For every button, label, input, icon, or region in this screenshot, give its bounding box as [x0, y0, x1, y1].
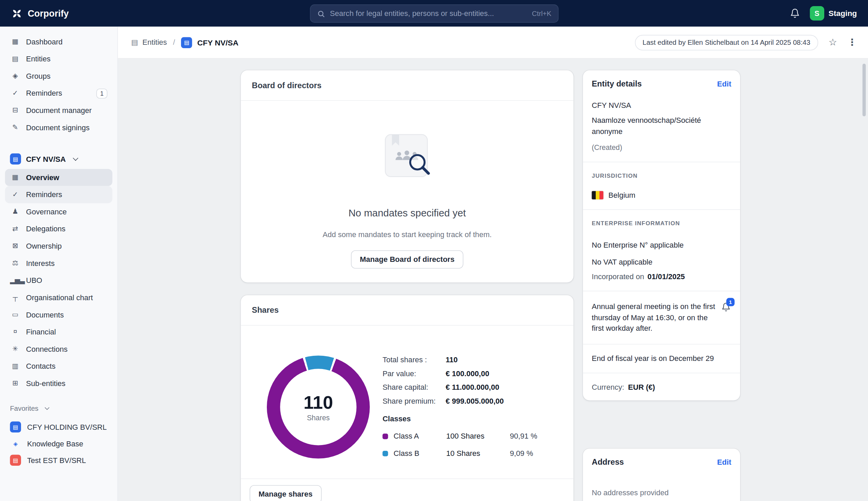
- stat-row: Par value: € 100.000,00: [382, 370, 560, 378]
- favorite-item-label: Knowledge Base: [27, 440, 83, 448]
- sidebar-item-icon: ┬: [10, 294, 20, 301]
- sidebar-item[interactable]: ♟ Governance: [5, 203, 112, 221]
- favorites-header[interactable]: Favorites: [5, 403, 112, 415]
- address-card-header: Address Edit: [592, 458, 731, 466]
- stat-label: Par value:: [382, 370, 446, 378]
- stat-label: Share premium:: [382, 397, 446, 406]
- donut-column: 110 Shares: [254, 353, 382, 459]
- sidebar-item[interactable]: ┬ Organisational chart: [5, 289, 112, 306]
- vertical-scrollbar[interactable]: [862, 64, 866, 116]
- class-share-count: 10 Shares: [446, 449, 510, 457]
- board-card-header: Board of directors: [241, 70, 573, 101]
- fiscal-year-text: End of fiscal year is on December 29: [592, 354, 731, 363]
- entity-icon: ▤: [181, 37, 192, 48]
- sidebar-item-label: Documents: [26, 311, 64, 319]
- favorite-star-icon[interactable]: ☆: [829, 38, 837, 47]
- sidebar-favorites-nav: ▤ CFY HOLDING BV/SRL ◈ Knowledge Base ▤ …: [5, 418, 112, 468]
- sidebar-item[interactable]: ✎ Document signings: [5, 119, 112, 136]
- favorite-item[interactable]: ◈ Knowledge Base: [5, 435, 112, 452]
- class-name: Class A: [394, 432, 446, 440]
- chevron-down-icon: [45, 405, 50, 410]
- sidebar-item-icon: ▥: [10, 363, 20, 370]
- breadcrumb-root-label: Entities: [142, 38, 167, 46]
- sidebar-item-label: Contacts: [26, 362, 56, 370]
- breadcrumb-entities-link[interactable]: ▤ Entities: [131, 38, 167, 46]
- empty-mandates-illustration: [380, 131, 434, 186]
- agm-row: Annual general meeting is on the first t…: [592, 301, 731, 334]
- donut-total-label: Shares: [307, 414, 329, 422]
- class-share-count: 100 Shares: [446, 432, 510, 440]
- sidebar-item[interactable]: ▂▅▃ UBO: [5, 272, 112, 289]
- shares-stat-list: Total shares : 110 Par value: € 100.000,…: [382, 355, 560, 406]
- sidebar-entity-name: CFY NV/SA: [26, 155, 66, 163]
- global-search-input[interactable]: Search for legal entities, persons or su…: [310, 4, 558, 23]
- jurisdiction-value: Belgium: [608, 191, 636, 199]
- stat-value: € 999.005.000,00: [446, 397, 504, 406]
- agm-reminder-bell-icon[interactable]: 1: [721, 302, 731, 334]
- divider: [583, 291, 740, 291]
- stat-row: Total shares : 110: [382, 355, 560, 364]
- manage-shares-button[interactable]: Manage shares: [250, 485, 322, 501]
- sidebar-item[interactable]: ¤ Financial: [5, 323, 112, 341]
- incorporated-row: Incorporated on 01/01/2025: [592, 273, 731, 280]
- user-avatar[interactable]: S: [810, 6, 824, 20]
- sidebar-item[interactable]: ◈ Groups: [5, 67, 112, 85]
- sidebar-item[interactable]: ⚖ Interests: [5, 255, 112, 272]
- sidebar-item[interactable]: ▭ Documents: [5, 306, 112, 323]
- sidebar-item-label: Reminders: [26, 191, 62, 199]
- entity-details-header: Entity details Edit: [592, 79, 731, 88]
- agm-text: Annual general meeting is on the first t…: [592, 301, 716, 334]
- sidebar-item[interactable]: ⊟ Document manager: [5, 102, 112, 119]
- stat-row: Share premium: € 999.005.000,00: [382, 397, 560, 406]
- sidebar-item[interactable]: ⊠ Ownership: [5, 237, 112, 255]
- edit-address-link[interactable]: Edit: [717, 458, 731, 466]
- entity-details-title: Entity details: [592, 79, 641, 88]
- entities-icon: ▤: [131, 38, 138, 46]
- currency-label: Currency:: [592, 383, 624, 391]
- class-percentage: 90,91 %: [510, 432, 538, 440]
- sidebar-item-icon: ⚖: [10, 260, 20, 267]
- incorporated-label: Incorporated on: [592, 273, 644, 280]
- sidebar-item[interactable]: ▦ Overview: [5, 169, 112, 186]
- sidebar-item[interactable]: ▥ Contacts: [5, 358, 112, 375]
- entity-details-card: Entity details Edit CFY NV/SA Naamloze v…: [583, 70, 740, 400]
- sidebar-item-label: Groups: [26, 72, 51, 80]
- sidebar-item[interactable]: ✳ Connections: [5, 341, 112, 358]
- more-options-icon[interactable]: ⋮: [848, 38, 857, 47]
- last-edited-pill[interactable]: Last edited by Ellen Stichelbaut on 14 A…: [635, 35, 818, 50]
- divider: [583, 209, 740, 210]
- topbar-right: S Staging: [790, 6, 857, 20]
- chevron-down-icon: [73, 155, 78, 160]
- sidebar-item[interactable]: ▦ Dashboard: [5, 33, 112, 51]
- favorite-item-label: Test EST BV/SRL: [27, 456, 86, 464]
- shares-card-header: Shares: [241, 295, 573, 326]
- donut-center: 110 Shares: [280, 369, 356, 445]
- board-empty-state: No mandates specified yet Add some manda…: [241, 101, 573, 269]
- sidebar-item[interactable]: ⊞ Sub-entities: [5, 375, 112, 392]
- sidebar-item-icon: ⊟: [10, 107, 20, 114]
- class-name: Class B: [394, 449, 446, 457]
- favorites-label: Favorites: [10, 405, 38, 413]
- favorite-item[interactable]: ▤ Test EST BV/SRL: [5, 452, 112, 468]
- shares-card: Shares 110 Shares: [241, 295, 573, 501]
- sidebar-entity-header[interactable]: ▤ CFY NV/SA: [5, 152, 112, 166]
- favorite-item[interactable]: ▤ CFY HOLDING BV/SRL: [5, 418, 112, 435]
- notifications-bell-icon[interactable]: [790, 8, 800, 18]
- shares-donut-chart: 110 Shares: [267, 355, 370, 459]
- class-color-swatch: [382, 434, 388, 439]
- brand[interactable]: Corporify: [11, 8, 69, 19]
- manage-board-button[interactable]: Manage Board of directors: [351, 250, 463, 269]
- sidebar-item[interactable]: ▤ Entities: [5, 51, 112, 68]
- sidebar-item-icon: ⊞: [10, 380, 20, 387]
- environment-label: Staging: [829, 9, 857, 18]
- breadcrumb-current: ▤ CFY NV/SA: [181, 37, 238, 48]
- sidebar-item[interactable]: ✓ Reminders 1: [5, 85, 112, 102]
- entity-icon: ▤: [10, 153, 21, 164]
- sidebar-entity-nav: ▦ Overview ✓ Reminders ♟ Governance ⇄ De…: [5, 169, 112, 392]
- sidebar-item-label: Organisational chart: [26, 294, 93, 301]
- sidebar-item-label: Reminders: [26, 89, 62, 97]
- sidebar-item[interactable]: ✓ Reminders: [5, 186, 112, 203]
- edit-entity-details-link[interactable]: Edit: [717, 79, 731, 87]
- corporify-logo-icon: [11, 8, 23, 19]
- sidebar-item[interactable]: ⇄ Delegations: [5, 221, 112, 238]
